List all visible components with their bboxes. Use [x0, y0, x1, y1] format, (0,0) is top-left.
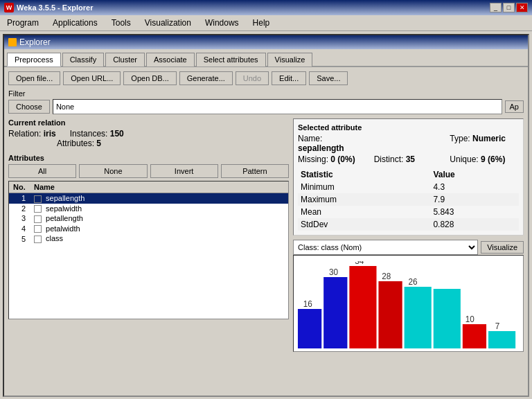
stat-row: StdDev0.828 [298, 218, 519, 231]
relation-row2: Attributes: 5 [8, 139, 289, 148]
menu-tools[interactable]: Tools [107, 17, 135, 29]
attributes-table[interactable]: No. Name 1 sepallength 2 sepalwidth 3 [8, 181, 289, 319]
invert-button[interactable]: Invert [150, 164, 218, 178]
selected-attribute-section: Selected attribute Name: sepallength Typ… [293, 118, 524, 236]
tab-select-attributes[interactable]: Select attributes [196, 53, 266, 66]
attr-name-field: Name: sepallength [298, 134, 367, 153]
none-button[interactable]: None [79, 164, 147, 178]
relation-row1: Relation: iris Instances: 150 [8, 129, 289, 139]
file-toolbar: Open file... Open URL... Open DB... Gene… [8, 71, 524, 85]
table-row[interactable]: 5 class [9, 233, 288, 244]
close-button[interactable]: ✕ [516, 3, 528, 12]
menu-visualization[interactable]: Visualization [141, 17, 195, 29]
attributes-section: Attributes All None Invert Pattern No. [8, 154, 289, 319]
all-button[interactable]: All [8, 164, 76, 178]
bar-label-2: 30 [329, 267, 338, 277]
bar-4 [378, 281, 402, 348]
bar-3 [349, 266, 376, 348]
table-row[interactable]: 1 sepallength [9, 193, 288, 204]
bar-8 [488, 331, 515, 348]
minimize-button[interactable]: _ [490, 3, 502, 12]
menu-windows[interactable]: Windows [201, 17, 243, 29]
generate-button[interactable]: Generate... [179, 71, 233, 85]
instances: Instances: 150 [70, 129, 124, 139]
bar-1 [298, 309, 321, 348]
menu-bar: Program Applications Tools Visualization… [0, 15, 532, 31]
stat-col-value: Value [430, 168, 519, 181]
menu-applications[interactable]: Applications [48, 17, 102, 29]
attributes-title: Attributes [8, 154, 289, 162]
bar-6 [434, 289, 461, 348]
bar-2 [323, 277, 347, 348]
class-select[interactable]: Class: class (Nom) [293, 240, 478, 255]
filter-label: Filter [8, 89, 524, 98]
col-name: Name [30, 181, 288, 193]
tab-associate[interactable]: Associate [146, 53, 195, 66]
stat-row: Mean5.843 [298, 206, 519, 218]
class-row: Class: class (Nom) Visualize [293, 240, 524, 255]
edit-button[interactable]: Edit... [272, 71, 306, 85]
attr-distinct: Distinct: 35 [374, 154, 443, 164]
open-url-button[interactable]: Open URL... [63, 71, 121, 85]
tab-classify[interactable]: Classify [62, 53, 105, 66]
stat-table: Statistic Value Minimum4.3Maximum7.9Mean… [298, 168, 519, 231]
attr-type-label [374, 134, 443, 153]
bar-label-1: 16 [303, 299, 312, 309]
window-controls: _ □ ✕ [490, 3, 528, 12]
app-icon: W [4, 3, 14, 12]
stat-row: Minimum4.3 [298, 181, 519, 193]
tab-preprocess[interactable]: Preprocess [7, 53, 61, 66]
visualize-button[interactable]: Visualize [481, 241, 524, 254]
col-no: No. [9, 181, 30, 193]
window-title: Weka 3.5.5 - Explorer [17, 3, 93, 12]
selected-attr-title: Selected attribute [298, 123, 519, 132]
open-db-button[interactable]: Open DB... [123, 71, 176, 85]
bar-label-4: 28 [382, 272, 391, 281]
title-bar: W Weka 3.5.5 - Explorer _ □ ✕ [0, 0, 532, 15]
filter-section: Filter Choose Ap [8, 89, 524, 114]
explorer-title-text: Explorer [19, 37, 51, 47]
table-row[interactable]: 3 petallength [9, 213, 288, 224]
menu-program[interactable]: Program [3, 17, 43, 29]
attr-unique: Unique: 9 (6%) [450, 154, 519, 164]
tab-cluster[interactable]: Cluster [105, 53, 145, 66]
filter-value[interactable] [53, 99, 502, 114]
tab-visualize[interactable]: Visualize [267, 53, 313, 66]
choose-button[interactable]: Choose [8, 100, 50, 114]
right-panel: Selected attribute Name: sepallength Typ… [293, 118, 524, 352]
bar-7 [463, 324, 486, 348]
attr-type-value: Type: Numeric [450, 134, 519, 153]
open-file-button[interactable]: Open file... [8, 71, 60, 85]
stat-col-statistic: Statistic [298, 168, 430, 181]
current-relation-title: Current relation [8, 118, 289, 127]
stat-row: Maximum7.9 [298, 193, 519, 206]
current-relation: Current relation Relation: iris Instance… [8, 118, 289, 148]
menu-help[interactable]: Help [249, 17, 274, 29]
bar-label-7: 10 [466, 314, 475, 324]
main-content: Open file... Open URL... Open DB... Gene… [4, 67, 528, 356]
bar-label-5: 26 [409, 277, 418, 287]
explorer-window: Explorer Preprocess Classify Cluster Ass… [3, 34, 529, 397]
left-panel: Current relation Relation: iris Instance… [8, 118, 289, 352]
attr-info-grid: Name: sepallength Type: Numeric Missing:… [298, 134, 519, 164]
pattern-button[interactable]: Pattern [221, 164, 289, 178]
explorer-title-bar: Explorer [4, 35, 528, 49]
bar-label-8: 7 [495, 321, 500, 331]
attr-buttons: All None Invert Pattern [8, 164, 289, 178]
histogram-chart: 16 30 34 28 26 [296, 261, 520, 351]
attributes-count: Attributes: 5 [57, 139, 101, 148]
save-button[interactable]: Save... [309, 71, 348, 85]
maximize-button[interactable]: □ [503, 3, 515, 12]
relation-name: Relation: iris [8, 129, 56, 139]
chart-area: 16 30 34 28 26 [293, 255, 524, 352]
table-row[interactable]: 4 petalwidth [9, 224, 288, 234]
filter-row: Choose Ap [8, 99, 524, 114]
attr-missing: Missing: 0 (0%) [298, 154, 367, 164]
undo-button[interactable]: Undo [236, 71, 269, 85]
two-column-layout: Current relation Relation: iris Instance… [8, 118, 524, 352]
bar-label-3: 34 [355, 261, 364, 266]
apply-button[interactable]: Ap [505, 100, 524, 113]
explorer-icon [8, 38, 17, 46]
table-row[interactable]: 2 sepalwidth [9, 204, 288, 214]
bar-5 [405, 287, 432, 348]
